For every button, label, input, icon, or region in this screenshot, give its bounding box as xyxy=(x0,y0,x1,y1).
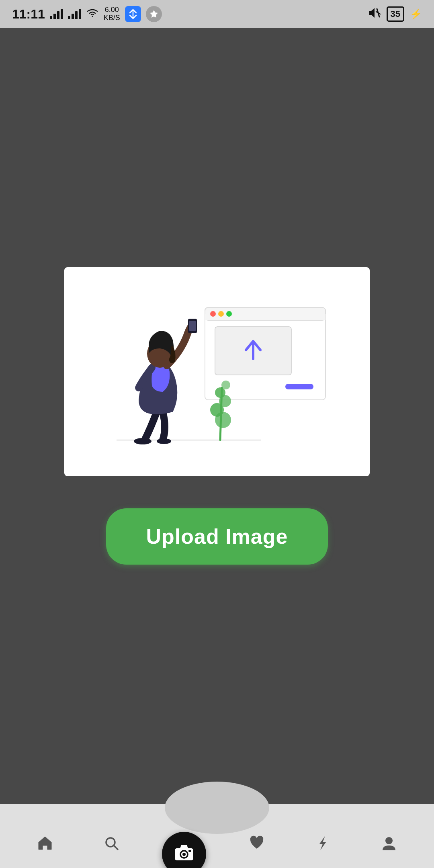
heart-icon xyxy=(248,834,266,856)
nav-curve-bg xyxy=(165,782,269,834)
favorites-nav-item[interactable] xyxy=(223,834,290,860)
profile-icon xyxy=(380,834,398,856)
svg-point-27 xyxy=(182,853,186,856)
profile-nav-item[interactable] xyxy=(356,834,422,860)
illustration-card xyxy=(64,267,370,476)
svg-point-29 xyxy=(385,837,393,844)
home-icon xyxy=(36,834,54,856)
store-app-icon xyxy=(146,6,162,22)
svg-point-13 xyxy=(226,311,232,317)
camera-icon xyxy=(173,842,195,866)
upload-image-button[interactable]: Upload Image xyxy=(106,508,328,565)
status-bar: 11:11 6.00 KB/S xyxy=(0,0,434,28)
signal-bars xyxy=(50,9,63,19)
illustration-wrapper xyxy=(80,283,354,460)
status-bar-right: 35 ⚡ xyxy=(367,6,422,22)
camera-fab-item[interactable] xyxy=(144,856,223,860)
bottom-nav xyxy=(0,804,434,868)
svg-point-3 xyxy=(134,438,151,444)
charging-icon: ⚡ xyxy=(410,8,422,20)
svg-point-20 xyxy=(215,387,225,398)
svg-line-24 xyxy=(114,845,118,850)
search-icon xyxy=(102,834,120,856)
svg-point-4 xyxy=(157,438,171,444)
camera-fab-button[interactable] xyxy=(162,832,206,868)
network-speed: 6.00 KB/S xyxy=(104,6,120,22)
svg-point-12 xyxy=(218,311,224,317)
mute-icon xyxy=(367,7,381,22)
wifi-icon xyxy=(86,8,99,21)
bluetooth-app-icon xyxy=(125,6,141,22)
search-nav-item[interactable] xyxy=(78,834,145,860)
svg-rect-7 xyxy=(189,321,196,331)
home-nav-item[interactable] xyxy=(12,834,78,860)
flash-nav-item[interactable] xyxy=(290,834,356,860)
status-time: 11:11 xyxy=(12,7,45,22)
flash-icon xyxy=(314,834,332,856)
main-content: Upload Image xyxy=(0,28,434,804)
battery-container: 35 xyxy=(387,6,404,22)
svg-rect-16 xyxy=(285,384,313,389)
status-bar-left: 11:11 6.00 KB/S xyxy=(12,6,162,22)
signal-bars-2 xyxy=(68,9,81,19)
battery-level: 35 xyxy=(387,6,404,22)
svg-point-11 xyxy=(210,311,216,317)
svg-rect-28 xyxy=(188,850,191,852)
